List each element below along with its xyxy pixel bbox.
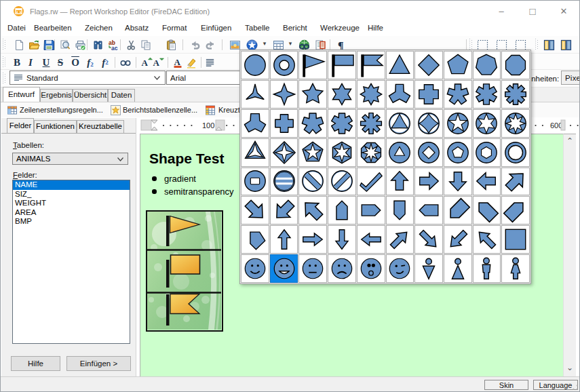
svg-text:100: 100	[202, 121, 214, 130]
svg-text:A: A	[174, 57, 180, 67]
svg-text:A: A	[153, 58, 160, 68]
svg-text:A: A	[142, 58, 149, 68]
svg-text:ac: ac	[111, 44, 118, 51]
